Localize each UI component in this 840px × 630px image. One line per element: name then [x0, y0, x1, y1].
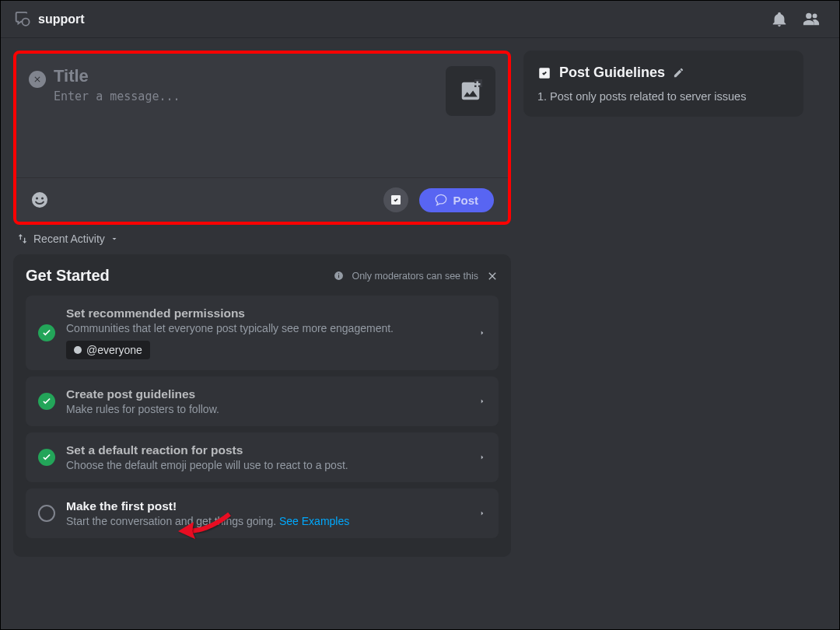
see-examples-link[interactable]: See Examples — [279, 515, 349, 527]
chevron-right-icon — [478, 396, 486, 407]
task-title: Make the first post! — [66, 499, 467, 513]
compose-panel: Post — [13, 51, 511, 225]
topbar: support — [1, 1, 839, 38]
close-get-started-button[interactable] — [486, 270, 499, 282]
svg-point-6 — [41, 198, 44, 200]
guidelines-toggle-button[interactable] — [383, 187, 408, 212]
emoji-picker-icon[interactable] — [30, 191, 49, 209]
forum-channel-icon — [13, 11, 30, 28]
task-desc: Choose the default emoji people will use… — [66, 459, 467, 471]
sort-label: Recent Activity — [33, 233, 105, 245]
members-icon[interactable] — [802, 11, 821, 28]
get-started-panel: Get Started Only moderators can see this… — [13, 254, 511, 557]
svg-point-5 — [36, 198, 38, 200]
task-title: Set recommended permissions — [66, 306, 467, 320]
task-row[interactable]: Make the first post! Start the conversat… — [26, 488, 499, 538]
post-button-label: Post — [453, 194, 478, 207]
guidelines-icon — [537, 66, 551, 80]
info-icon — [334, 271, 344, 281]
mention-pill: @everyone — [66, 341, 150, 359]
task-desc: Start the conversation and get things go… — [66, 515, 467, 527]
svg-point-2 — [813, 13, 817, 18]
guideline-item: 1. Post only posts related to server iss… — [537, 90, 789, 103]
svg-point-0 — [22, 18, 29, 25]
get-started-title: Get Started — [26, 267, 110, 285]
task-title: Set a default reaction for posts — [66, 443, 467, 457]
post-button[interactable]: Post — [419, 188, 494, 212]
task-row[interactable]: Set a default reaction for posts Choose … — [26, 432, 499, 482]
add-image-button[interactable] — [446, 66, 495, 116]
post-guidelines-panel: Post Guidelines 1. Post only posts relat… — [523, 51, 803, 117]
post-message-input[interactable] — [54, 89, 438, 117]
task-desc: Make rules for posters to follow. — [66, 403, 467, 415]
edit-guidelines-icon[interactable] — [673, 67, 684, 79]
guidelines-title: Post Guidelines — [559, 65, 665, 81]
svg-point-1 — [806, 12, 811, 18]
svg-point-4 — [32, 192, 47, 208]
chevron-right-icon — [478, 327, 486, 338]
chevron-right-icon — [478, 508, 486, 519]
check-icon — [38, 393, 55, 410]
task-desc: Communities that let everyone post typic… — [66, 322, 467, 334]
check-icon — [38, 449, 55, 466]
notifications-icon[interactable] — [771, 11, 788, 28]
task-row[interactable]: Set recommended permissions Communities … — [26, 296, 499, 370]
content-area: Post Recent Activity Get Started Only mo… — [1, 38, 839, 629]
svg-rect-10 — [338, 273, 339, 274]
chevron-right-icon — [478, 452, 486, 463]
sort-selector[interactable]: Recent Activity — [13, 233, 511, 245]
check-icon — [38, 324, 55, 341]
channel-title: support — [38, 12, 85, 26]
circle-icon — [38, 505, 55, 522]
svg-rect-9 — [338, 275, 339, 278]
task-title: Create post guidelines — [66, 387, 467, 401]
moderator-note-text: Only moderators can see this — [352, 271, 478, 282]
close-compose-button[interactable] — [29, 71, 46, 88]
post-title-input[interactable] — [54, 66, 438, 86]
chevron-down-icon — [110, 234, 119, 243]
task-row[interactable]: Create post guidelines Make rules for po… — [26, 376, 499, 426]
